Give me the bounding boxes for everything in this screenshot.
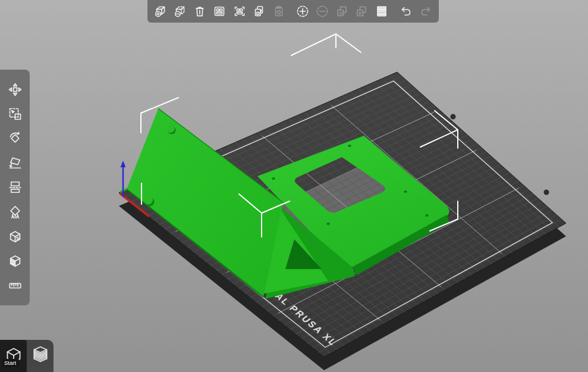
split-to-objects-icon[interactable]: O xyxy=(335,4,349,19)
add-object-icon[interactable] xyxy=(153,4,168,19)
layers-stack-icon xyxy=(29,343,52,368)
gizmo-sidebar xyxy=(0,70,30,305)
add-instance-icon[interactable] xyxy=(295,4,310,19)
measure-tool-icon[interactable] xyxy=(7,277,23,294)
delete-all-icon[interactable] xyxy=(193,4,207,19)
arrange-selection-icon[interactable] xyxy=(232,4,247,19)
scale-tool-icon[interactable] xyxy=(7,105,23,122)
cut-tool-icon[interactable] xyxy=(7,179,23,196)
preview-view-button[interactable] xyxy=(27,340,54,372)
copy-icon[interactable] xyxy=(252,4,266,19)
arrange-icon[interactable] xyxy=(212,4,227,19)
variable-layer-height-icon[interactable] xyxy=(375,4,389,19)
bed-edge-tab xyxy=(544,190,549,195)
redo-icon[interactable] xyxy=(419,4,433,19)
place-on-face-tool-icon[interactable] xyxy=(7,155,23,171)
bed-edge-tab xyxy=(451,114,456,120)
rotate-tool-icon[interactable] xyxy=(7,130,23,147)
remove-instance-icon[interactable] xyxy=(315,4,329,19)
start-label: Start xyxy=(2,359,19,367)
multimaterial-painting-tool-icon[interactable] xyxy=(7,253,23,270)
split-to-parts-icon[interactable]: P xyxy=(354,4,369,19)
svg-text:P: P xyxy=(359,11,363,16)
paste-icon[interactable] xyxy=(272,4,286,19)
svg-text:O: O xyxy=(339,11,343,16)
view-switcher: Start xyxy=(0,340,54,372)
delete-object-icon[interactable] xyxy=(173,4,187,19)
undo-icon[interactable] xyxy=(399,4,413,19)
top-toolbar: OP xyxy=(147,0,439,23)
paint-supports-tool-icon[interactable] xyxy=(7,204,23,220)
seam-painting-tool-icon[interactable] xyxy=(7,228,23,245)
slicer-window: { "window": { "type": "3d-slicer-editor"… xyxy=(0,0,588,372)
move-tool-icon[interactable] xyxy=(7,81,23,98)
z-axis-arrowhead xyxy=(121,161,126,167)
editor-view-button[interactable]: Start xyxy=(0,340,27,372)
